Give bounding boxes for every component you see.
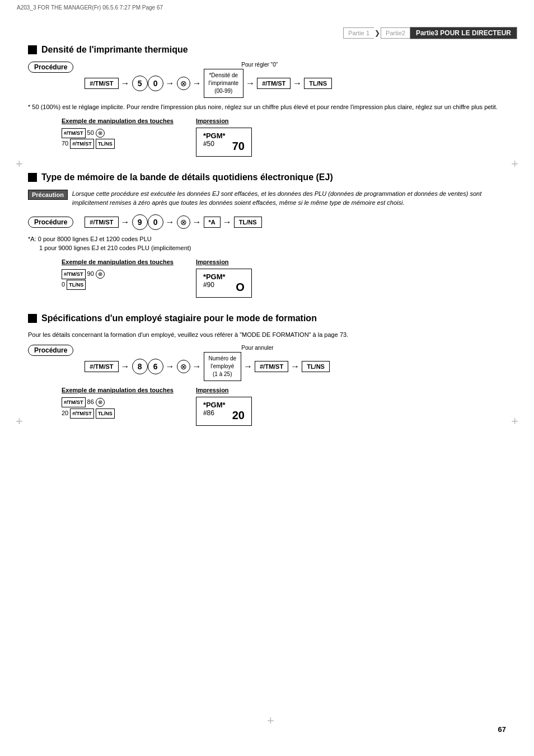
precaution-block: Précaution Lorsque cette procédure est e… — [28, 189, 512, 208]
arrow7: → — [166, 217, 175, 227]
impression-header-1: Impression — [196, 118, 252, 124]
key-tlns-3: TL/NS — [302, 361, 330, 372]
impression-box-3: *PGM* #86 20 — [196, 397, 252, 426]
arrow8: → — [193, 217, 202, 227]
inline-x-2: ⊗ — [96, 270, 105, 279]
inline-htmst-4: #/TM/ST — [62, 397, 86, 407]
imp-pgm-2: *PGM* — [203, 273, 245, 281]
key-9: 9 — [132, 214, 148, 230]
chevron1: ❯ — [374, 29, 380, 37]
part1-label: Partie 1 — [343, 27, 374, 39]
precaution-label: Précaution — [28, 190, 68, 200]
impression-header-3: Impression — [196, 387, 252, 393]
arrow13: → — [243, 361, 252, 372]
inline-x-1: ⊗ — [96, 129, 105, 138]
key-htmst-4: #/TM/ST — [85, 361, 118, 372]
employe-note-box: Numéro del'employé(1 à 25) — [204, 352, 241, 381]
inline-x-3: ⊗ — [96, 398, 105, 407]
inline-htmst-1: #/TM/ST — [62, 128, 86, 138]
arrow2: → — [166, 78, 175, 88]
section-stagiaire: Spécifications d'un employé stagiaire po… — [28, 313, 512, 426]
arrow14: → — [291, 361, 299, 372]
example-keys-1: #/TM/ST 50 ⊗ 70 #/TM/ST TL/NS — [62, 128, 174, 150]
section2-title: Type de mémoire de la bande de détails q… — [28, 172, 512, 182]
inline-htmst-2: #/TM/ST — [70, 139, 94, 149]
section-ej: Type de mémoire de la bande de détails q… — [28, 172, 512, 298]
key-6: 6 — [148, 359, 163, 374]
key-htmst-5: #/TM/ST — [255, 361, 288, 372]
key-htmst-2: #/TM/ST — [257, 78, 291, 89]
inline-tlns-3: TL/NS — [96, 408, 115, 419]
example-table-1: Exemple de manipulation des touches #/TM… — [62, 118, 512, 157]
key-tlns-2: TL/NS — [234, 217, 262, 228]
imp-row-3: #86 20 — [203, 409, 245, 422]
density-note-box: *Densité del'imprimante(00-99) — [204, 69, 244, 98]
procedure-label-3: Procédure — [28, 345, 73, 356]
part3-label: Partie3 POUR LE DIRECTEUR — [410, 27, 517, 39]
example-header-2: Exemple de manipulation des touches — [62, 259, 174, 265]
title-square-3 — [28, 314, 37, 323]
section3-title: Spécifications d'un employé stagiaire po… — [28, 313, 512, 323]
key-x-2: ⊗ — [177, 215, 190, 229]
arrow12: → — [193, 361, 202, 372]
impression-col-3: Impression *PGM* #86 20 — [196, 387, 252, 426]
inline-tlns-1: TL/NS — [96, 139, 115, 149]
proc-row-1: #/TM/ST → 5 0 → ⊗ → *Densité del'imprima… — [85, 69, 512, 98]
impression-box-1: *PGM* #50 70 — [196, 128, 252, 157]
section-densite: Densité de l'imprimante thermique Procéd… — [28, 45, 512, 157]
key-5: 5 — [132, 76, 148, 91]
inline-htmst-3: #/TM/ST — [62, 269, 86, 279]
section1-note: * 50 (100%) est le réglage implicite. Po… — [28, 102, 512, 112]
procedure-label-1: Procédure — [28, 62, 73, 73]
section3-intro: Pour les détails concernant la formation… — [28, 330, 512, 340]
pour-annuler-label: Pour annuler — [241, 345, 512, 351]
arrow4: → — [246, 78, 255, 88]
arrow11: → — [166, 361, 175, 372]
imp-pgm-3: *PGM* — [203, 401, 245, 409]
example-keys-3: #/TM/ST 86 ⊗ 20 #/TM/ST TL/NS — [62, 397, 174, 419]
imp-row-1: #50 70 — [203, 140, 245, 153]
top-annotation: A203_3 FOR THE MANAGER(Fr) 06.5.6 7:27 P… — [17, 4, 163, 11]
page-number: 67 — [498, 725, 506, 734]
arrow6: → — [121, 217, 130, 227]
example-header-1: Exemple de manipulation des touches — [62, 118, 174, 124]
title-square — [28, 45, 37, 54]
key-htmst-3: #/TM/ST — [85, 217, 118, 228]
example-col-2: Exemple de manipulation des touches #/TM… — [62, 259, 174, 298]
example-header-3: Exemple de manipulation des touches — [62, 387, 174, 393]
arrow5: → — [293, 78, 302, 88]
arrow3: → — [193, 78, 202, 88]
impression-header-2: Impression — [196, 259, 252, 265]
key-x-3: ⊗ — [177, 360, 190, 373]
section2-note1: *A: 0 pour 8000 lignes EJ et 1200 codes … — [28, 234, 512, 253]
key-x-1: ⊗ — [177, 77, 190, 90]
proc-row-3: #/TM/ST → 8 6 → ⊗ → Numéro del'employé(1… — [85, 352, 512, 381]
header-bar: Partie 1 ❯ Partie2 Partie3 POUR LE DIREC… — [343, 27, 517, 39]
key-0-1: 0 — [148, 76, 163, 91]
title-square-2 — [28, 173, 37, 182]
part2-label: Partie2 — [381, 27, 410, 39]
arrow9: → — [223, 217, 232, 227]
arrow10: → — [121, 361, 130, 372]
section1-title: Densité de l'imprimante thermique — [28, 45, 512, 55]
precaution-text: Lorsque cette procédure est exécutée les… — [72, 189, 512, 208]
example-table-2: Exemple de manipulation des touches #/TM… — [62, 259, 512, 298]
example-col-3: Exemple de manipulation des touches #/TM… — [62, 387, 174, 426]
proc-row-2: #/TM/ST → 9 0 → ⊗ → *A → TL/NS — [85, 214, 261, 230]
example-keys-2: #/TM/ST 90 ⊗ 0 TL/NS — [62, 269, 174, 291]
inline-tlns-2: TL/NS — [67, 280, 86, 290]
impression-col-2: Impression *PGM* #90 O — [196, 259, 252, 298]
key-star-a: *A — [204, 217, 221, 228]
pour-regler-label-1: Pour régler "0" — [241, 62, 512, 68]
impression-box-2: *PGM* #90 O — [196, 269, 252, 298]
procedure-label-2: Procédure — [28, 217, 73, 228]
imp-row-2: #90 O — [203, 281, 245, 294]
imp-pgm-1: *PGM* — [203, 132, 245, 140]
key-tlns-1: TL/NS — [304, 78, 332, 89]
key-0-2: 0 — [148, 214, 163, 230]
key-8: 8 — [132, 359, 148, 374]
arrow1: → — [121, 78, 130, 88]
impression-col-1: Impression *PGM* #50 70 — [196, 118, 252, 157]
example-table-3: Exemple de manipulation des touches #/TM… — [62, 387, 512, 426]
key-htmst-1: #/TM/ST — [85, 78, 118, 89]
